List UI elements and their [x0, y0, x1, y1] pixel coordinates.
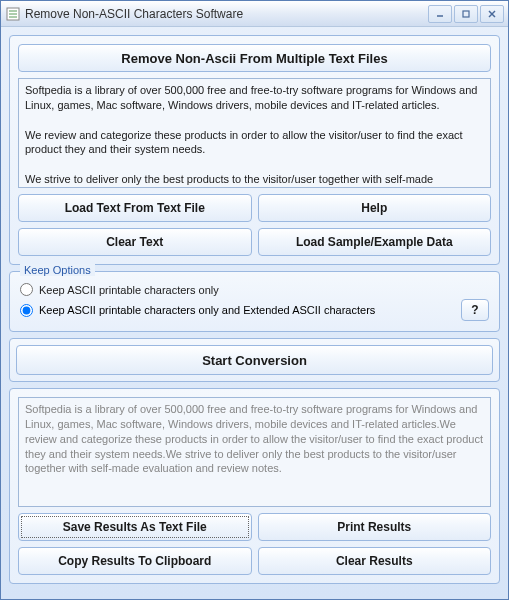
radio-ascii-extended[interactable]	[20, 304, 33, 317]
panel-header-label: Remove Non-Ascii From Multiple Text File…	[121, 51, 387, 66]
app-window: Remove Non-ASCII Characters Software Rem…	[0, 0, 509, 600]
start-panel: Start Conversion	[9, 338, 500, 382]
close-button[interactable]	[480, 5, 504, 23]
fieldset-legend: Keep Options	[20, 264, 95, 276]
results-button-row-2: Copy Results To Clipboard Clear Results	[18, 547, 491, 575]
button-row-2: Clear Text Load Sample/Example Data	[18, 228, 491, 256]
save-results-button[interactable]: Save Results As Text File	[18, 513, 252, 541]
button-row-1: Load Text From Text File Help	[18, 194, 491, 222]
print-results-button[interactable]: Print Results	[258, 513, 492, 541]
results-panel: Save Results As Text File Print Results …	[9, 388, 500, 584]
keep-options-fieldset: Keep Options Keep ASCII printable charac…	[9, 271, 500, 332]
clear-results-button[interactable]: Clear Results	[258, 547, 492, 575]
titlebar: Remove Non-ASCII Characters Software	[1, 1, 508, 27]
input-textarea[interactable]	[18, 78, 491, 188]
radio-ascii-only[interactable]	[20, 283, 33, 296]
svg-rect-5	[463, 11, 469, 17]
load-sample-button[interactable]: Load Sample/Example Data	[258, 228, 492, 256]
content-area: Remove Non-Ascii From Multiple Text File…	[1, 27, 508, 599]
maximize-button[interactable]	[454, 5, 478, 23]
options-help-button[interactable]: ?	[461, 299, 489, 321]
radio-option-1: Keep ASCII printable characters only	[20, 280, 489, 299]
results-button-row-1: Save Results As Text File Print Results	[18, 513, 491, 541]
start-conversion-button[interactable]: Start Conversion	[16, 345, 493, 375]
clear-text-button[interactable]: Clear Text	[18, 228, 252, 256]
input-panel: Remove Non-Ascii From Multiple Text File…	[9, 35, 500, 265]
minimize-button[interactable]	[428, 5, 452, 23]
radio-ascii-extended-label[interactable]: Keep ASCII printable characters only and…	[39, 304, 375, 316]
app-icon	[5, 6, 21, 22]
start-button-label: Start Conversion	[202, 353, 307, 368]
window-controls	[428, 5, 504, 23]
window-title: Remove Non-ASCII Characters Software	[25, 7, 428, 21]
output-textarea[interactable]	[18, 397, 491, 507]
radio-ascii-only-label[interactable]: Keep ASCII printable characters only	[39, 284, 219, 296]
copy-results-button[interactable]: Copy Results To Clipboard	[18, 547, 252, 575]
panel-header[interactable]: Remove Non-Ascii From Multiple Text File…	[18, 44, 491, 72]
help-button[interactable]: Help	[258, 194, 492, 222]
radio-option-2-row: Keep ASCII printable characters only and…	[20, 299, 489, 321]
load-text-button[interactable]: Load Text From Text File	[18, 194, 252, 222]
